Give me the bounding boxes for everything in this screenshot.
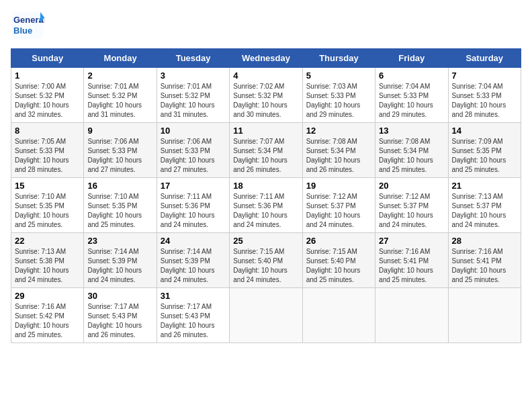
calendar-cell: 17Sunrise: 7:11 AMSunset: 5:36 PMDayligh… [157,178,229,233]
calendar-cell: 9Sunrise: 7:06 AMSunset: 5:33 PMDaylight… [84,123,157,178]
day-info: Sunrise: 7:12 AMSunset: 5:37 PMDaylight:… [379,192,444,230]
calendar-cell: 29Sunrise: 7:16 AMSunset: 5:42 PMDayligh… [11,288,84,343]
day-number: 6 [379,71,444,81]
day-header-tuesday: Tuesday [157,49,229,68]
day-number: 15 [15,181,80,191]
calendar-cell: 8Sunrise: 7:05 AMSunset: 5:33 PMDaylight… [11,123,84,178]
header: General Blue [11,11,521,40]
day-info: Sunrise: 7:14 AMSunset: 5:39 PMDaylight:… [161,247,226,285]
week-row-4: 22Sunrise: 7:13 AMSunset: 5:38 PMDayligh… [11,233,521,288]
day-info: Sunrise: 7:06 AMSunset: 5:33 PMDaylight:… [87,137,152,175]
day-info: Sunrise: 7:03 AMSunset: 5:33 PMDaylight:… [306,82,371,120]
calendar-cell [230,288,302,343]
day-number: 11 [233,126,298,136]
day-number: 2 [87,71,152,81]
day-number: 19 [306,181,371,191]
calendar-cell: 10Sunrise: 7:06 AMSunset: 5:33 PMDayligh… [157,123,229,178]
calendar-cell: 22Sunrise: 7:13 AMSunset: 5:38 PMDayligh… [11,233,84,288]
day-info: Sunrise: 7:08 AMSunset: 5:34 PMDaylight:… [306,137,371,175]
calendar-cell: 15Sunrise: 7:10 AMSunset: 5:35 PMDayligh… [11,178,84,233]
day-number: 30 [87,291,152,301]
logo-svg: General Blue [11,11,44,40]
day-number: 1 [15,71,80,81]
day-info: Sunrise: 7:04 AMSunset: 5:33 PMDaylight:… [379,82,444,120]
day-info: Sunrise: 7:02 AMSunset: 5:32 PMDaylight:… [233,82,298,120]
calendar-cell: 27Sunrise: 7:16 AMSunset: 5:41 PMDayligh… [375,233,448,288]
day-info: Sunrise: 7:06 AMSunset: 5:33 PMDaylight:… [161,137,226,175]
calendar-cell: 21Sunrise: 7:13 AMSunset: 5:37 PMDayligh… [448,178,521,233]
calendar-cell: 23Sunrise: 7:14 AMSunset: 5:39 PMDayligh… [84,233,157,288]
day-header-wednesday: Wednesday [230,49,302,68]
day-info: Sunrise: 7:01 AMSunset: 5:32 PMDaylight:… [161,82,226,120]
week-row-3: 15Sunrise: 7:10 AMSunset: 5:35 PMDayligh… [11,178,521,233]
day-number: 25 [233,236,298,246]
day-info: Sunrise: 7:15 AMSunset: 5:40 PMDaylight:… [306,247,371,285]
day-number: 22 [15,236,80,246]
calendar-cell: 31Sunrise: 7:17 AMSunset: 5:43 PMDayligh… [157,288,229,343]
logo: General Blue [11,11,44,40]
calendar-cell [302,288,375,343]
calendar-cell: 24Sunrise: 7:14 AMSunset: 5:39 PMDayligh… [157,233,229,288]
day-number: 28 [452,236,517,246]
calendar-cell: 28Sunrise: 7:16 AMSunset: 5:41 PMDayligh… [448,233,521,288]
calendar-cell [375,288,448,343]
calendar-cell: 7Sunrise: 7:04 AMSunset: 5:33 PMDaylight… [448,68,521,123]
day-info: Sunrise: 7:13 AMSunset: 5:38 PMDaylight:… [15,247,80,285]
calendar-cell [448,288,521,343]
svg-text:General: General [13,15,44,25]
day-info: Sunrise: 7:11 AMSunset: 5:36 PMDaylight:… [233,192,298,230]
day-header-saturday: Saturday [448,49,521,68]
day-info: Sunrise: 7:05 AMSunset: 5:33 PMDaylight:… [15,137,80,175]
calendar-cell: 12Sunrise: 7:08 AMSunset: 5:34 PMDayligh… [302,123,375,178]
day-number: 17 [161,181,226,191]
day-number: 3 [161,71,226,81]
day-info: Sunrise: 7:11 AMSunset: 5:36 PMDaylight:… [161,192,226,230]
calendar-cell: 13Sunrise: 7:08 AMSunset: 5:34 PMDayligh… [375,123,448,178]
day-info: Sunrise: 7:13 AMSunset: 5:37 PMDaylight:… [452,192,517,230]
day-header-monday: Monday [84,49,157,68]
day-number: 23 [87,236,152,246]
calendar-cell: 20Sunrise: 7:12 AMSunset: 5:37 PMDayligh… [375,178,448,233]
day-info: Sunrise: 7:07 AMSunset: 5:34 PMDaylight:… [233,137,298,175]
day-number: 26 [306,236,371,246]
day-info: Sunrise: 7:08 AMSunset: 5:34 PMDaylight:… [379,137,444,175]
calendar-body: 1Sunrise: 7:00 AMSunset: 5:32 PMDaylight… [11,68,521,343]
day-info: Sunrise: 7:16 AMSunset: 5:41 PMDaylight:… [452,247,517,285]
calendar-cell: 14Sunrise: 7:09 AMSunset: 5:35 PMDayligh… [448,123,521,178]
calendar-cell: 25Sunrise: 7:15 AMSunset: 5:40 PMDayligh… [230,233,302,288]
day-number: 9 [87,126,152,136]
day-number: 20 [379,181,444,191]
day-info: Sunrise: 7:00 AMSunset: 5:32 PMDaylight:… [15,82,80,120]
day-number: 16 [87,181,152,191]
calendar-cell: 30Sunrise: 7:17 AMSunset: 5:43 PMDayligh… [84,288,157,343]
day-number: 13 [379,126,444,136]
day-header-thursday: Thursday [302,49,375,68]
day-info: Sunrise: 7:10 AMSunset: 5:35 PMDaylight:… [15,192,80,230]
day-header-friday: Friday [375,49,448,68]
calendar-cell: 3Sunrise: 7:01 AMSunset: 5:32 PMDaylight… [157,68,229,123]
day-number: 10 [161,126,226,136]
day-number: 7 [452,71,517,81]
logo-container: General Blue [11,11,44,40]
day-number: 8 [15,126,80,136]
calendar-table: SundayMondayTuesdayWednesdayThursdayFrid… [11,48,521,343]
day-number: 12 [306,126,371,136]
week-row-5: 29Sunrise: 7:16 AMSunset: 5:42 PMDayligh… [11,288,521,343]
calendar-cell: 4Sunrise: 7:02 AMSunset: 5:32 PMDaylight… [230,68,302,123]
calendar-cell: 16Sunrise: 7:10 AMSunset: 5:35 PMDayligh… [84,178,157,233]
day-info: Sunrise: 7:01 AMSunset: 5:32 PMDaylight:… [87,82,152,120]
week-row-1: 1Sunrise: 7:00 AMSunset: 5:32 PMDaylight… [11,68,521,123]
calendar-cell: 26Sunrise: 7:15 AMSunset: 5:40 PMDayligh… [302,233,375,288]
calendar-cell: 11Sunrise: 7:07 AMSunset: 5:34 PMDayligh… [230,123,302,178]
day-info: Sunrise: 7:17 AMSunset: 5:43 PMDaylight:… [87,302,152,340]
day-number: 24 [161,236,226,246]
day-number: 21 [452,181,517,191]
day-info: Sunrise: 7:09 AMSunset: 5:35 PMDaylight:… [452,137,517,175]
day-number: 5 [306,71,371,81]
calendar-cell: 6Sunrise: 7:04 AMSunset: 5:33 PMDaylight… [375,68,448,123]
day-number: 29 [15,291,80,301]
day-info: Sunrise: 7:12 AMSunset: 5:37 PMDaylight:… [306,192,371,230]
day-info: Sunrise: 7:04 AMSunset: 5:33 PMDaylight:… [452,82,517,120]
day-info: Sunrise: 7:14 AMSunset: 5:39 PMDaylight:… [87,247,152,285]
calendar-cell: 5Sunrise: 7:03 AMSunset: 5:33 PMDaylight… [302,68,375,123]
